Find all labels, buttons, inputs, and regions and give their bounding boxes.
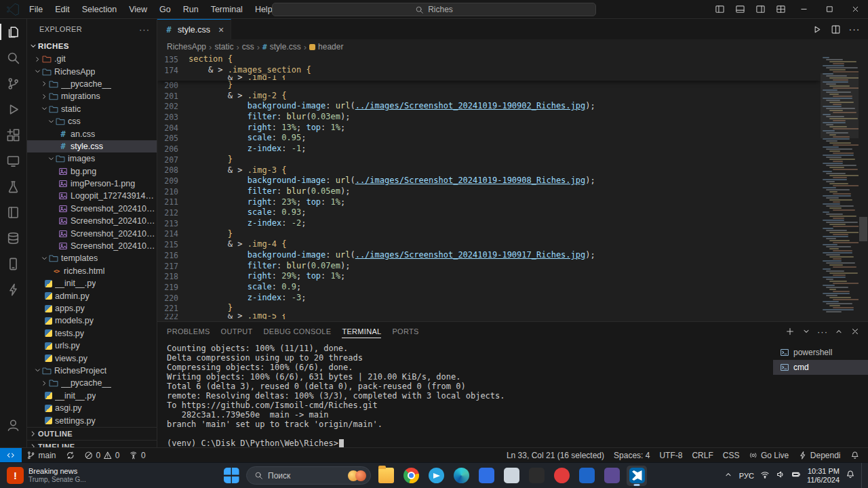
tree-item-screenshot-20241019[interactable]: Screenshot_20241019-... [27, 227, 157, 239]
tray-wifi[interactable] [760, 470, 770, 481]
tree-item-pycache[interactable]: __pycache__ [27, 377, 157, 389]
taskbar-github-desktop[interactable] [601, 466, 622, 486]
status-encoding[interactable]: UTF-8 [654, 448, 687, 462]
tree-item-css[interactable]: css [27, 115, 157, 127]
breadcrumb-richesapp[interactable]: RichesApp [167, 42, 206, 52]
panel-tab-problems[interactable]: PROBLEMS [167, 322, 210, 341]
tray-volume[interactable] [776, 470, 785, 481]
breadcrumb-css[interactable]: css [242, 42, 254, 52]
tree-item-tests-py[interactable]: tests.py [27, 327, 157, 340]
status-indentation[interactable]: Spaces: 4 [609, 448, 654, 462]
tree-item-screenshot-20241019[interactable]: Screenshot_20241019-... [27, 240, 157, 252]
menu-file[interactable]: File [23, 0, 49, 19]
tree-item-static[interactable]: static [27, 103, 157, 115]
status-eol[interactable]: CRLF [687, 448, 717, 462]
scrollbar-thumb[interactable] [859, 217, 867, 241]
taskbar-file-explorer[interactable] [376, 466, 396, 486]
close-panel-button[interactable] [848, 324, 863, 339]
status-remote-indicator[interactable] [0, 448, 22, 462]
tree-item-settings-py[interactable]: settings.py [27, 414, 157, 426]
status-git-branch[interactable]: main [22, 448, 61, 462]
taskbar-outlook[interactable] [576, 466, 597, 486]
taskbar-photos[interactable] [476, 466, 496, 486]
close-window-button[interactable] [842, 0, 868, 18]
tree-item-images[interactable]: images [27, 152, 157, 165]
tree-item-apps-py[interactable]: apps.py [27, 302, 157, 314]
tree-item-init-py[interactable]: __init__.py [27, 390, 157, 402]
toggle-sidebar-button[interactable] [709, 0, 730, 18]
activity-thunder-client[interactable] [0, 277, 26, 302]
tab-style-css[interactable]: # style.css × [157, 19, 231, 39]
maximize-panel-button[interactable] [831, 324, 846, 339]
activity-docs[interactable] [0, 199, 26, 225]
run-button[interactable] [808, 21, 825, 37]
activity-testing[interactable] [0, 174, 26, 199]
minimize-button[interactable] [791, 0, 816, 18]
activity-account[interactable] [0, 412, 26, 438]
tree-item-templates[interactable]: templates [27, 252, 157, 264]
section-outline[interactable]: OUTLINE [27, 427, 157, 440]
terminal-output[interactable]: Counting objects: 100% (11/11), done.Del… [157, 341, 773, 447]
breadcrumb-static[interactable]: static [214, 42, 233, 52]
minimap[interactable] [821, 54, 859, 321]
maximize-button[interactable] [816, 0, 842, 18]
start-button[interactable] [221, 466, 241, 486]
tree-root-riches[interactable]: RICHES [27, 39, 157, 53]
activity-source-control[interactable] [0, 70, 26, 96]
tree-item-style-css[interactable]: #style.css [27, 140, 157, 152]
split-editor-button[interactable] [827, 21, 844, 37]
tree-item-imgperson-1-png[interactable]: imgPerson-1.png [27, 178, 157, 190]
tree-item-init-py[interactable]: __init__.py [27, 277, 157, 289]
tray-chevron-up[interactable] [724, 470, 733, 481]
status-language-mode[interactable]: CSS [718, 448, 745, 462]
activity-device-preview[interactable] [0, 251, 26, 277]
breadcrumb-header[interactable]: header [309, 42, 343, 52]
toggle-panel-button[interactable] [730, 0, 750, 18]
activity-database[interactable] [0, 225, 26, 251]
panel-more-actions-button[interactable]: ··· [815, 324, 830, 339]
launch-profile-button[interactable] [799, 324, 814, 339]
taskbar-chrome[interactable] [401, 466, 421, 486]
code-editor[interactable]: 200 }201 & > .img-2 {202 background-imag… [157, 54, 868, 321]
activity-run-debug[interactable] [0, 96, 26, 122]
show-desktop-button[interactable] [861, 463, 864, 488]
tray-notifications[interactable] [846, 470, 855, 481]
clock[interactable]: 10:31 PM11/6/2024 [807, 467, 840, 485]
terminal-instance-powershell[interactable]: powershell [773, 345, 868, 360]
tree-item-urls-py[interactable]: urls.py [27, 340, 157, 352]
views-more-actions-button[interactable]: ··· [139, 24, 150, 35]
activity-explorer[interactable] [0, 19, 26, 45]
tree-item-bg-png[interactable]: bg.png [27, 165, 157, 178]
status-notifications[interactable] [846, 448, 865, 462]
tree-item-richesapp[interactable]: RichesApp [27, 65, 157, 77]
terminal-instance-cmd[interactable]: cmd [773, 360, 868, 375]
taskbar-opera[interactable] [551, 466, 572, 486]
customize-layout-button[interactable] [770, 0, 791, 18]
editor-scrollbar[interactable] [859, 54, 868, 321]
language-indicator[interactable]: РУС [739, 472, 754, 480]
tree-item-richesproject[interactable]: RichesProject [27, 365, 157, 377]
activity-extensions[interactable] [0, 122, 26, 148]
menu-selection[interactable]: Selection [76, 0, 123, 19]
menu-run[interactable]: Run [177, 0, 205, 19]
activity-search[interactable] [0, 45, 26, 70]
tree-item-admin-py[interactable]: admin.py [27, 289, 157, 302]
tree-item-riches-html[interactable]: <>riches.html [27, 265, 157, 277]
taskbar-search[interactable]: Поиск [246, 466, 371, 485]
taskbar-terminal-app[interactable] [526, 466, 547, 486]
panel-tab-ports[interactable]: PORTS [392, 322, 418, 341]
tree-item-logopit-172743914538[interactable]: Logopit_172743914538... [27, 190, 157, 202]
editor-more-actions-button[interactable]: ··· [846, 21, 863, 37]
menu-go[interactable]: Go [153, 0, 177, 19]
tree-item-screenshot-20241019[interactable]: Screenshot_20241019-... [27, 215, 157, 227]
news-widget[interactable]: ! Breaking news Trump, Senate G... [0, 463, 93, 488]
tree-item-models-py[interactable]: models.py [27, 314, 157, 327]
tree-item-pycache[interactable]: __pycache__ [27, 78, 157, 90]
panel-tab-output[interactable]: OUTPUT [221, 322, 253, 341]
activity-remote-explorer[interactable] [0, 148, 26, 174]
tree-item-views-py[interactable]: views.py [27, 352, 157, 364]
command-center-search[interactable]: Riches [272, 3, 596, 16]
taskbar-vscode[interactable] [627, 466, 647, 486]
status-go-live[interactable]: Go Live [744, 448, 793, 462]
toggle-secondary-sidebar-button[interactable] [750, 0, 770, 18]
